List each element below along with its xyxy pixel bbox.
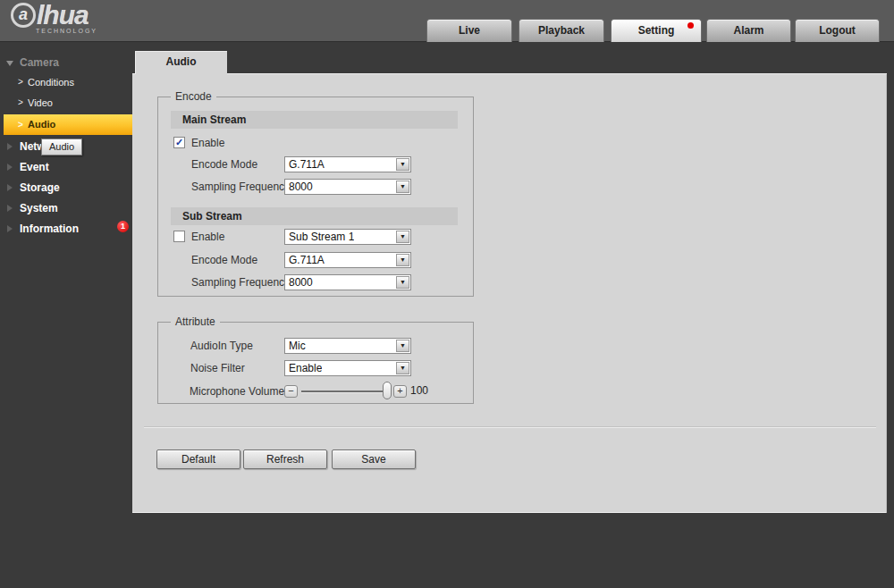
select-value: Mic xyxy=(289,339,306,353)
main-encode-mode-select[interactable]: G.711A ▼ xyxy=(284,156,411,172)
sidebar-item-audio[interactable]: > Audio xyxy=(4,114,132,135)
noise-filter-label: Noise Filter xyxy=(190,360,245,376)
logo-subtitle: TECHNOLOGY xyxy=(36,28,97,34)
chevron-right-icon: > xyxy=(18,73,23,91)
nav-live-button[interactable]: Live xyxy=(426,19,512,42)
divider xyxy=(144,426,876,428)
attribute-legend: Attribute xyxy=(171,316,220,328)
sidebar-item-video[interactable]: > Video xyxy=(0,94,132,112)
main-sampling-frequency-select[interactable]: 8000 ▼ xyxy=(284,179,411,195)
sidebar-item-conditions[interactable]: > Conditions xyxy=(0,73,132,91)
nav-alarm-button[interactable]: Alarm xyxy=(706,19,791,42)
audioin-type-select[interactable]: Mic ▼ xyxy=(284,338,411,354)
page: alhua TECHNOLOGY Live Playback Setting A… xyxy=(0,0,894,588)
volume-decrease-button[interactable]: − xyxy=(284,385,298,398)
select-value: G.711A xyxy=(289,253,325,267)
dropdown-arrow-icon[interactable]: ▼ xyxy=(396,181,409,193)
encode-section: Encode Main Stream Enable Encode Mode G.… xyxy=(157,97,474,297)
dropdown-arrow-icon[interactable]: ▼ xyxy=(396,340,409,352)
header-bar: alhua TECHNOLOGY Live Playback Setting A… xyxy=(0,0,894,42)
sidebar-item-storage[interactable]: Storage xyxy=(0,179,132,197)
sub-encode-mode-select[interactable]: G.711A ▼ xyxy=(284,252,411,268)
sampling-frequency-label: Sampling Frequency xyxy=(191,274,290,290)
select-value: Sub Stream 1 xyxy=(289,230,354,244)
refresh-button[interactable]: Refresh xyxy=(243,449,327,469)
notification-dot xyxy=(687,22,694,29)
collapsed-triangle-icon xyxy=(7,164,13,171)
sidebar-item-system[interactable]: System xyxy=(0,199,132,217)
dropdown-arrow-icon[interactable]: ▼ xyxy=(396,276,409,289)
collapsed-triangle-icon xyxy=(7,184,13,191)
nav-logout-button[interactable]: Logout xyxy=(795,19,880,42)
enable-label: Enable xyxy=(191,135,224,151)
collapsed-triangle-icon xyxy=(7,205,13,212)
audioin-type-label: AudioIn Type xyxy=(190,338,253,354)
collapsed-triangle-icon xyxy=(7,143,13,150)
sidebar-item-label: Storage xyxy=(20,179,60,197)
dahua-logo: alhua TECHNOLOGY xyxy=(11,1,97,34)
microphone-volume-label: Microphone Volume xyxy=(190,382,284,401)
chevron-right-icon: > xyxy=(18,94,23,112)
select-value: 8000 xyxy=(289,180,313,194)
sidebar-item-information[interactable]: Information 1 xyxy=(0,220,132,238)
sidebar-item-label: Conditions xyxy=(28,73,74,91)
logo-text: lhua xyxy=(37,0,89,30)
nav-playback-button[interactable]: Playback xyxy=(519,19,604,42)
dropdown-arrow-icon[interactable]: ▼ xyxy=(396,231,409,243)
encode-mode-label: Encode Mode xyxy=(191,156,257,172)
attribute-section: Attribute AudioIn Type Mic ▼ Noise Filte… xyxy=(157,322,474,404)
sidebar-item-label: Event xyxy=(20,158,49,176)
noise-filter-select[interactable]: Enable ▼ xyxy=(284,360,411,376)
select-value: Enable xyxy=(289,361,322,375)
sub-stream-select[interactable]: Sub Stream 1 ▼ xyxy=(284,229,411,245)
dropdown-arrow-icon[interactable]: ▼ xyxy=(396,158,409,171)
tooltip: Audio xyxy=(41,139,82,155)
nav-setting-button[interactable]: Setting xyxy=(611,19,702,42)
sidebar-item-label: Audio xyxy=(28,114,55,135)
dropdown-arrow-icon[interactable]: ▼ xyxy=(396,254,409,266)
sub-stream-enable-checkbox[interactable] xyxy=(173,231,185,242)
default-button[interactable]: Default xyxy=(156,449,240,469)
sidebar-item-label: Camera xyxy=(20,54,59,71)
sidebar-item-label: Video xyxy=(28,94,53,112)
main-stream-header: Main Stream xyxy=(171,111,458,129)
enable-label: Enable xyxy=(191,229,224,245)
sidebar-item-label: Information xyxy=(20,220,79,238)
select-value: G.711A xyxy=(289,157,325,172)
tab-audio[interactable]: Audio xyxy=(135,51,227,74)
sampling-frequency-label: Sampling Frequency xyxy=(191,179,290,195)
sidebar-item-event[interactable]: Event xyxy=(0,158,132,176)
save-button[interactable]: Save xyxy=(332,449,416,469)
chevron-right-icon: > xyxy=(18,114,23,135)
sidebar-item-label: System xyxy=(20,199,58,217)
main-stream-enable-checkbox[interactable] xyxy=(173,137,185,148)
volume-slider-thumb[interactable] xyxy=(383,382,392,399)
volume-slider-track[interactable] xyxy=(301,391,388,392)
content-panel: Encode Main Stream Enable Encode Mode G.… xyxy=(132,73,887,513)
logo-a-icon: a xyxy=(11,3,36,28)
volume-value: 100 xyxy=(410,382,428,399)
sub-sampling-frequency-select[interactable]: 8000 ▼ xyxy=(284,274,411,290)
encode-mode-label: Encode Mode xyxy=(191,252,257,268)
select-value: 8000 xyxy=(289,275,313,290)
sidebar-item-camera[interactable]: Camera xyxy=(0,54,132,71)
dropdown-arrow-icon[interactable]: ▼ xyxy=(396,362,409,374)
encode-legend: Encode xyxy=(171,91,216,103)
sub-stream-header: Sub Stream xyxy=(171,207,458,225)
collapsed-triangle-icon xyxy=(7,225,13,232)
expand-triangle-icon xyxy=(6,61,13,66)
nav-setting-label: Setting xyxy=(638,24,675,37)
volume-increase-button[interactable]: + xyxy=(393,385,407,398)
notification-badge: 1 xyxy=(117,221,129,232)
